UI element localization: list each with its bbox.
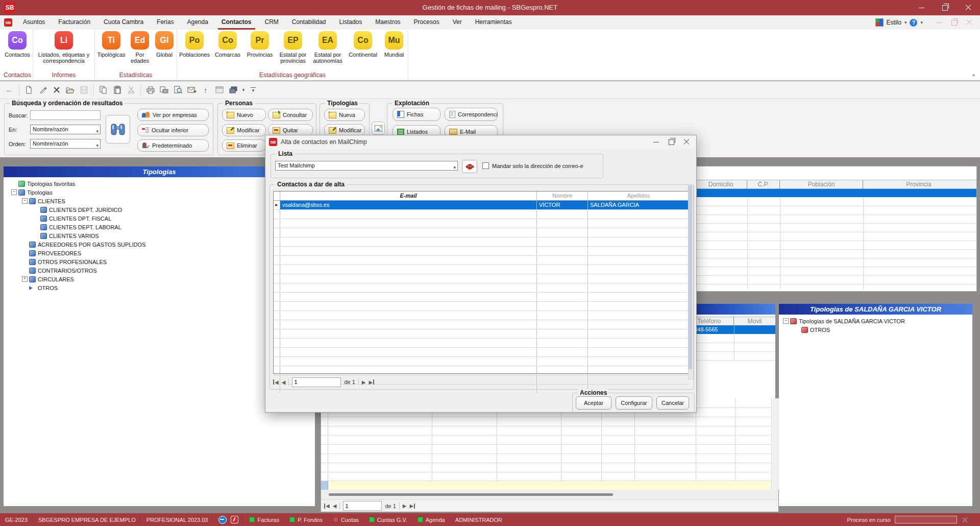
solo-correo-checkbox[interactable] [482, 162, 489, 169]
empty-grid-row[interactable] [274, 357, 689, 366]
menu-ver[interactable]: Ver [446, 15, 469, 30]
predeterminado-button[interactable]: Predeterminado [137, 139, 209, 152]
aceptar-button[interactable]: Aceptar [576, 396, 611, 410]
status-blue-icon[interactable] [218, 516, 227, 524]
toolbar-overflow-icon[interactable]: ▾ [251, 87, 256, 93]
contact-row-selected[interactable]: ► vsaldana@sbss.es VICTOR SALDAÑA GARCIA [274, 201, 689, 210]
ribbon-provincias-button[interactable]: Pr Provincias [244, 31, 276, 70]
export-icon[interactable]: ↑ [199, 83, 212, 97]
menu-procesos[interactable]: Procesos [407, 15, 446, 30]
tipologia-nueva-button[interactable]: Nueva [324, 109, 365, 121]
tree-item[interactable]: OTROS [779, 325, 972, 334]
pager-next-button[interactable]: ▶ [403, 503, 407, 509]
empty-grid-row[interactable] [274, 348, 689, 357]
back-icon[interactable]: ← [3, 83, 16, 97]
status-module-agenda[interactable]: Agenda [412, 517, 450, 523]
menu-facturacion[interactable]: Facturación [52, 15, 97, 30]
ribbon-tipologicas-button[interactable]: Ti Tipológicas [95, 31, 127, 70]
help-icon[interactable]: ? [910, 19, 917, 27]
column-header-poblacion[interactable]: Población [780, 180, 863, 188]
restore-button[interactable] [933, 0, 957, 15]
empty-grid-row[interactable] [274, 311, 689, 320]
ribbon-contactos-button[interactable]: Co Contactos [3, 31, 32, 70]
correspondencia-button[interactable]: Correspondenci [445, 108, 498, 121]
pager-next-button[interactable]: ▶ [362, 379, 366, 385]
cancelar-button[interactable]: Cancelar [656, 396, 689, 410]
column-header-apellidos[interactable]: Apellidos [588, 192, 689, 200]
dialog-scrollbar[interactable] [688, 184, 694, 379]
ribbon-global-button[interactable]: Gl Global [153, 31, 176, 70]
persona-eliminar-button[interactable]: Eliminar [222, 139, 266, 152]
status-module-pfondos[interactable]: P. Fondos [284, 517, 328, 523]
empty-grid-row[interactable] [274, 247, 689, 256]
menu-asuntos[interactable]: Asuntos [16, 15, 52, 30]
cancel-process-icon[interactable] [962, 517, 968, 522]
hscroll-thumb[interactable] [329, 493, 613, 496]
print-setup-icon[interactable] [158, 83, 170, 97]
empty-grid-row[interactable] [274, 265, 689, 274]
dialog-titlebar[interactable]: SB Alta de contactos en MailChimp [265, 135, 696, 149]
column-header-nombre[interactable]: Nombre [537, 192, 588, 200]
menu-maestros[interactable]: Maestros [369, 15, 407, 30]
column-header-movil[interactable]: Movil [734, 317, 775, 325]
cascade-windows-icon[interactable] [227, 83, 239, 97]
configurar-button[interactable]: Configurar [616, 396, 652, 410]
pager-first-button[interactable]: ◀ [273, 379, 279, 385]
edit-icon[interactable] [36, 83, 49, 97]
vertical-scrollbar[interactable] [771, 398, 779, 490]
pager-last-button[interactable]: ▶ [410, 503, 415, 509]
pager-page-input[interactable] [343, 501, 382, 511]
print-icon[interactable] [144, 83, 157, 97]
menu-ferias[interactable]: Ferias [150, 15, 180, 30]
menu-contactos[interactable]: Contactos [215, 15, 258, 30]
new-record-row[interactable] [321, 481, 771, 490]
chevron-down-icon[interactable]: ▾ [920, 20, 923, 25]
empty-grid-row[interactable] [274, 228, 689, 237]
empty-grid-row[interactable] [274, 302, 689, 311]
ribbon-comarcas-button[interactable]: Co Comarcas [212, 31, 243, 70]
status-module-cuotas[interactable]: Cuotas [328, 517, 364, 523]
ribbon-collapse-icon[interactable]: ▴ [972, 71, 975, 77]
ribbon-por-edades-button[interactable]: Ed Por edades [128, 31, 152, 70]
ribbon-mundial-button[interactable]: Mu Mundial [381, 31, 407, 70]
ribbon-poblaciones-button[interactable]: Po Poblaciones [178, 31, 211, 70]
menu-crm[interactable]: CRM [258, 15, 285, 30]
menu-cuota-cambra[interactable]: Cuota Cambra [97, 15, 150, 30]
collapse-icon[interactable]: − [22, 198, 28, 204]
fichas-button[interactable]: Fichas [393, 108, 440, 121]
empty-grid-row[interactable] [274, 219, 689, 228]
menu-herramientas[interactable]: Herramientas [469, 15, 519, 30]
mailchimp-button[interactable] [462, 160, 477, 173]
copy-icon[interactable] [97, 83, 110, 97]
dialog-minimize-button[interactable] [648, 136, 664, 148]
delete-icon[interactable] [50, 83, 63, 97]
ver-por-empresas-button[interactable]: Ver por empresas [137, 109, 209, 121]
en-combobox[interactable]: Nombre/razón ▾ [30, 125, 101, 134]
orden-combobox[interactable]: Nombre/razón ▾ [30, 139, 101, 149]
empty-grid-row[interactable] [274, 210, 689, 219]
empty-grid-row[interactable] [274, 274, 689, 283]
pager-page-input[interactable] [292, 377, 341, 387]
image-tool-button[interactable] [372, 122, 385, 135]
column-header-cp[interactable]: C.P. [747, 180, 780, 188]
print-preview-icon[interactable] [172, 83, 184, 97]
cascade-dropdown-icon[interactable]: ▾ [240, 83, 247, 97]
empty-grid-row[interactable] [274, 293, 689, 302]
pager-prev-button[interactable]: ◀ [282, 379, 286, 385]
ocultar-inferior-button[interactable]: Ocultar inferior [137, 124, 209, 136]
chevron-down-icon[interactable]: ▾ [904, 20, 907, 25]
expand-icon[interactable]: + [22, 276, 28, 282]
empty-grid-row[interactable] [274, 256, 689, 265]
column-header-email[interactable]: E-mail [280, 192, 537, 200]
status-module-facturas[interactable]: Facturas [244, 517, 284, 523]
hscroll-area[interactable] [321, 490, 778, 499]
menu-listados[interactable]: Listados [333, 15, 369, 30]
column-header-provincia[interactable]: Provincia [863, 180, 974, 188]
selected-row[interactable] [695, 189, 976, 197]
search-binoculars-button[interactable] [106, 115, 130, 144]
dialog-close-button[interactable] [679, 136, 694, 148]
estilo-dropdown[interactable]: Estilo [887, 19, 901, 26]
empty-grid-row[interactable] [274, 283, 689, 293]
empty-grid-row[interactable] [274, 339, 689, 348]
window-view-icon[interactable] [213, 83, 226, 97]
